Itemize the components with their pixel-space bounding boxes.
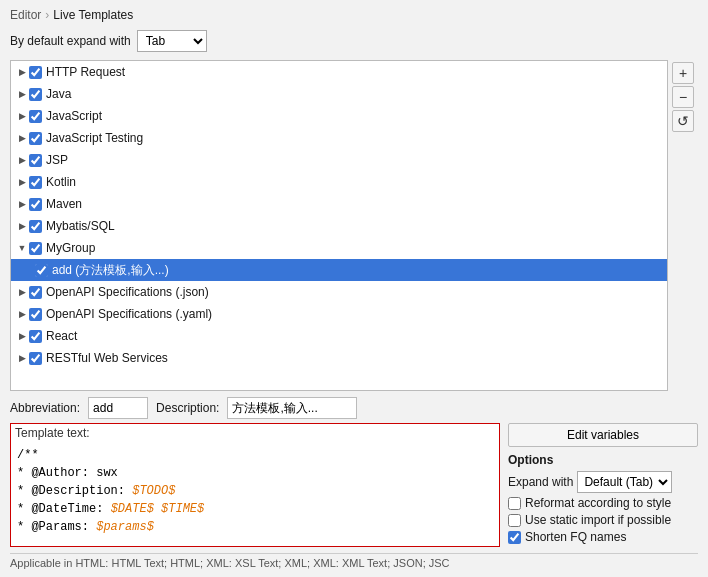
shorten-fq-row: Shorten FQ names [508,530,698,544]
description-input[interactable] [227,397,357,419]
abbreviation-label: Abbreviation: [10,401,80,415]
toggle-icon: ▶ [15,173,29,191]
tree-item-mybatis[interactable]: ▶ Mybatis/SQL [11,215,667,237]
toggle-icon: ▶ [15,85,29,103]
item-label-http: HTTP Request [46,63,125,81]
checkbox-openapi-json[interactable] [29,286,42,299]
item-label-js-testing: JavaScript Testing [46,129,143,147]
expand-with-row: Expand with Default (Tab) Tab Enter Spac… [508,471,698,493]
checkbox-js-testing[interactable] [29,132,42,145]
template-text-label: Template text: [11,424,499,442]
toggle-icon: ▶ [15,151,29,169]
item-label-add: add (方法模板,输入...) [52,261,169,279]
template-list[interactable]: ▶ HTTP Request ▶ Java ▶ JavaScript [10,60,668,391]
edit-variables-button[interactable]: Edit variables [508,423,698,447]
tree-item-openapi-json[interactable]: ▶ OpenAPI Specifications (.json) [11,281,667,303]
reformat-label: Reformat according to style [525,496,671,510]
toggle-icon: ▶ [15,283,29,301]
breadcrumb-separator: › [45,8,49,22]
list-actions: + − ↺ [668,60,698,391]
breadcrumb-editor: Editor [10,8,41,22]
template-text-box: Template text: /** * @Author: swx * @Des… [10,423,500,547]
bottom-area: Abbreviation: Description: Template text… [10,397,698,569]
description-label: Description: [156,401,219,415]
tree-item-js[interactable]: ▶ JavaScript [11,105,667,127]
reformat-checkbox[interactable] [508,497,521,510]
shorten-fq-checkbox[interactable] [508,531,521,544]
expand-with-option-select[interactable]: Default (Tab) Tab Enter Space [577,471,672,493]
tree-item-http[interactable]: ▶ HTTP Request [11,61,667,83]
toggle-icon: ▶ [15,305,29,323]
static-import-label: Use static import if possible [525,513,671,527]
template-var-date: $DATE$ $TIME$ [111,502,205,516]
template-line-2: * @Author: swx [17,464,493,482]
toggle-icon: ▼ [15,239,29,257]
breadcrumb: Editor › Live Templates [10,8,698,22]
template-line-3: * @Description: $TODO$ [17,482,493,500]
checkbox-js[interactable] [29,110,42,123]
toggle-icon: ▶ [15,195,29,213]
add-template-button[interactable]: + [672,62,694,84]
item-label-mygroup: MyGroup [46,239,95,257]
expand-with-option-label: Expand with [508,475,573,489]
template-var-todo: $TODO$ [132,484,175,498]
checkbox-restful[interactable] [29,352,42,365]
reformat-row: Reformat according to style [508,496,698,510]
applicable-bar: Applicable in HTML: HTML Text; HTML; XML… [10,553,698,569]
abbr-desc-row: Abbreviation: Description: [10,397,698,419]
toggle-icon: ▶ [15,107,29,125]
checkbox-maven[interactable] [29,198,42,211]
tree-item-mygroup[interactable]: ▼ MyGroup [11,237,667,259]
template-line-5: * @Params: $params$ [17,518,493,536]
item-label-jsp: JSP [46,151,68,169]
revert-template-button[interactable]: ↺ [672,110,694,132]
toggle-icon: ▶ [15,349,29,367]
item-label-java: Java [46,85,71,103]
static-import-row: Use static import if possible [508,513,698,527]
checkbox-mygroup[interactable] [29,242,42,255]
item-label-openapi-json: OpenAPI Specifications (.json) [46,283,209,301]
abbreviation-input[interactable] [88,397,148,419]
tree-item-maven[interactable]: ▶ Maven [11,193,667,215]
breadcrumb-current: Live Templates [53,8,133,22]
expand-with-row: By default expand with Tab Enter Space [10,30,698,52]
checkbox-http[interactable] [29,66,42,79]
item-label-react: React [46,327,77,345]
item-label-mybatis: Mybatis/SQL [46,217,115,235]
options-title: Options [508,453,698,467]
item-label-js: JavaScript [46,107,102,125]
tree-item-kotlin[interactable]: ▶ Kotlin [11,171,667,193]
checkbox-react[interactable] [29,330,42,343]
remove-template-button[interactable]: − [672,86,694,108]
expand-with-select[interactable]: Tab Enter Space [137,30,207,52]
checkbox-openapi-yaml[interactable] [29,308,42,321]
template-list-container: ▶ HTTP Request ▶ Java ▶ JavaScript [10,60,668,391]
template-content[interactable]: /** * @Author: swx * @Description: $TODO… [11,442,499,546]
options-section: Options Expand with Default (Tab) Tab En… [508,453,698,547]
tree-item-java[interactable]: ▶ Java [11,83,667,105]
tree-item-restful[interactable]: ▶ RESTful Web Services [11,347,667,369]
checkbox-add[interactable] [35,264,48,277]
shorten-fq-label: Shorten FQ names [525,530,626,544]
item-label-kotlin: Kotlin [46,173,76,191]
tree-item-openapi-yaml[interactable]: ▶ OpenAPI Specifications (.yaml) [11,303,667,325]
template-var-params: $params$ [96,520,154,534]
toggle-icon: ▶ [15,63,29,81]
right-panel: Edit variables Options Expand with Defau… [508,423,698,547]
static-import-checkbox[interactable] [508,514,521,527]
tree-item-add[interactable]: add (方法模板,输入...) [11,259,667,281]
toggle-icon: ▶ [15,217,29,235]
checkbox-jsp[interactable] [29,154,42,167]
tree-item-react[interactable]: ▶ React [11,325,667,347]
item-label-maven: Maven [46,195,82,213]
template-text-row: Template text: /** * @Author: swx * @Des… [10,423,698,547]
checkbox-java[interactable] [29,88,42,101]
checkbox-mybatis[interactable] [29,220,42,233]
tree-item-js-testing[interactable]: ▶ JavaScript Testing [11,127,667,149]
template-line-4: * @DateTime: $DATE$ $TIME$ [17,500,493,518]
checkbox-kotlin[interactable] [29,176,42,189]
tree-item-jsp[interactable]: ▶ JSP [11,149,667,171]
settings-panel: Editor › Live Templates By default expan… [0,0,708,577]
main-area: ▶ HTTP Request ▶ Java ▶ JavaScript [10,60,698,391]
toggle-icon: ▶ [15,129,29,147]
